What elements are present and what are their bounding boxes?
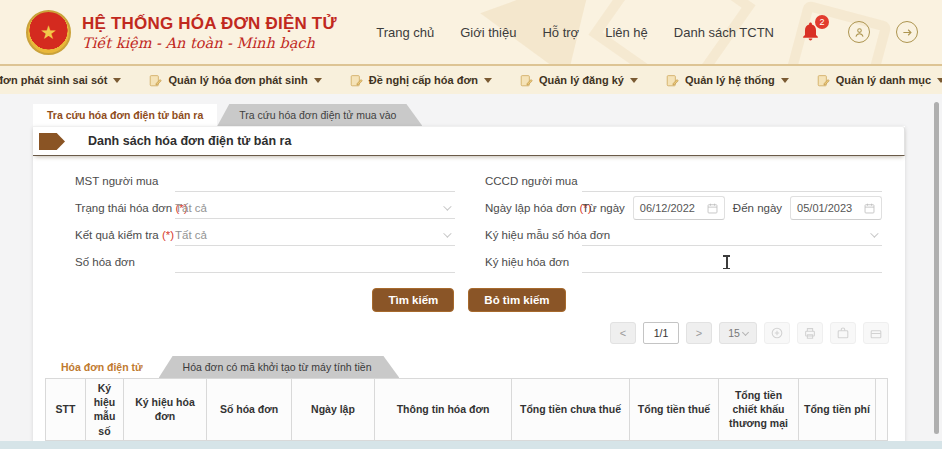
- chevron-down-icon: [443, 229, 451, 237]
- tab-mua-vao[interactable]: Tra cứu hóa đơn điện tử mua vào: [217, 104, 422, 126]
- menu-item-label: Quản lý hệ thống: [685, 74, 775, 86]
- menu-item-quan-ly-dang-ky[interactable]: Quản lý đăng ký: [520, 74, 638, 87]
- col-tong-tien-chua-thue[interactable]: Tổng tiền chưa thuế: [512, 379, 630, 441]
- menu-item-thong-bao-sai-sot[interactable]: Thông báo hóa đơn phát sinh sai sót: [0, 74, 121, 87]
- tab-hoa-don-dien-tu[interactable]: Hóa đơn điện tử: [45, 356, 159, 378]
- mst-input[interactable]: [175, 175, 455, 187]
- calendar-icon: [864, 203, 875, 214]
- invoice-no-label: Số hóa đơn: [75, 256, 175, 268]
- next-page-button[interactable]: >: [686, 322, 712, 344]
- status-value: Tất cả: [175, 202, 207, 214]
- pagination: < 1/1 > 15: [33, 322, 905, 344]
- invoice-no-input-wrap: [175, 251, 455, 273]
- date-label: Ngày lập hóa đơn (*): [485, 202, 582, 214]
- col-filler: [876, 379, 888, 441]
- nav-item-lien-he[interactable]: Liên hệ: [605, 25, 648, 40]
- briefcase-icon: [836, 326, 850, 340]
- template-select[interactable]: [582, 224, 882, 246]
- col-ngay-lap[interactable]: Ngày lập: [292, 379, 375, 441]
- template-label: Ký hiệu mẫu số hóa đơn: [485, 229, 582, 241]
- chevron-down-icon: [484, 78, 492, 83]
- nav-item-gioi-thieu[interactable]: Giới thiệu: [460, 25, 516, 40]
- menu-item-label: Thông báo hóa đơn phát sinh sai sót: [0, 74, 107, 86]
- mst-input-wrap: [175, 170, 455, 192]
- menu-item-quan-ly-hoa-don-phat-sinh[interactable]: Quản lý hóa đơn phát sinh: [149, 74, 321, 87]
- cccd-input[interactable]: [582, 175, 882, 187]
- search-button[interactable]: Tìm kiếm: [372, 288, 454, 312]
- app-header: ★ HỆ THỐNG HÓA ĐƠN ĐIỆN TỬ Tiết kiệm - A…: [0, 0, 942, 64]
- chevron-down-icon: [937, 78, 942, 83]
- tab-ban-ra[interactable]: Tra cứu hóa đơn điện tử bán ra: [33, 104, 217, 126]
- invoice-no-input[interactable]: [175, 256, 455, 268]
- menu-item-label: Quản lý hóa đơn phát sinh: [168, 74, 307, 86]
- prev-page-button[interactable]: <: [610, 322, 636, 344]
- page-indicator: 1/1: [643, 322, 679, 344]
- menu-item-de-nghi-cap-hoa-don[interactable]: Đề nghị cấp hóa đơn: [350, 74, 492, 87]
- national-emblem-logo: ★: [26, 10, 71, 55]
- invoice-table: STT Ký hiệu mẫu số Ký hiệu hóa đơn Số hó…: [45, 378, 888, 441]
- top-navigation: Trang chủ Giới thiệu Hỗ trợ Liên hệ Danh…: [376, 21, 918, 43]
- from-date-label: Từ ngày: [582, 202, 625, 214]
- check-label: Kết quả kiểm tra (*): [75, 229, 175, 241]
- col-ky-hieu-mau-so[interactable]: Ký hiệu mẫu số: [86, 379, 124, 441]
- calendar-icon: [707, 203, 718, 214]
- document-pencil-icon: [520, 74, 533, 87]
- document-pencil-icon: [149, 74, 162, 87]
- bottom-strip: [0, 441, 942, 449]
- cccd-label: CCCD người mua: [485, 175, 582, 187]
- document-pencil-icon: [666, 74, 679, 87]
- arrow-right-icon: [902, 27, 913, 38]
- archive-button[interactable]: [863, 322, 889, 344]
- chevron-down-icon: [113, 78, 121, 83]
- main-menubar: Thông báo hóa đơn phát sinh sai sót Quản…: [0, 64, 942, 94]
- search-form: MST người mua Trạng thái hóa đơn (*): [33, 156, 905, 276]
- from-date-input[interactable]: 06/12/2022: [633, 196, 725, 220]
- brand: ★ HỆ THỐNG HÓA ĐƠN ĐIỆN TỬ Tiết kiệm - A…: [26, 10, 337, 55]
- login-arrow-button[interactable]: [896, 21, 918, 43]
- printer-icon: [803, 326, 817, 340]
- form-actions: Tìm kiếm Bỏ tìm kiếm: [33, 288, 905, 312]
- document-pencil-icon: [817, 74, 830, 87]
- table-header-row: STT Ký hiệu mẫu số Ký hiệu hóa đơn Số hó…: [46, 379, 888, 441]
- col-ky-hieu-hoa-don[interactable]: Ký hiệu hóa đơn: [124, 379, 207, 441]
- nav-item-danh-sach-tctn[interactable]: Danh sách TCTN: [674, 25, 774, 40]
- to-date-label: Đến ngày: [733, 202, 782, 214]
- user-account-button[interactable]: [848, 21, 870, 43]
- section-title: Danh sách hóa đơn điện tử bán ra: [88, 134, 291, 148]
- chevron-down-icon: [630, 78, 638, 83]
- print-button[interactable]: [797, 322, 823, 344]
- pennant-arrow-icon: [39, 133, 65, 150]
- nav-item-trang-chu[interactable]: Trang chủ: [376, 25, 434, 40]
- col-stt[interactable]: STT: [46, 379, 86, 441]
- vertical-scrollbar[interactable]: [934, 102, 939, 434]
- to-date-input[interactable]: 05/01/2023: [790, 196, 882, 220]
- text-cursor-icon: [726, 256, 728, 268]
- col-thong-tin-hoa-don[interactable]: Thông tin hóa đơn: [375, 379, 512, 441]
- notification-bell-button[interactable]: 2: [800, 21, 822, 43]
- symbol-label: Ký hiệu hóa đơn: [485, 256, 582, 268]
- menu-item-quan-ly-he-thong[interactable]: Quản lý hệ thống: [666, 74, 789, 87]
- cccd-input-wrap: [582, 170, 882, 192]
- status-select[interactable]: Tất cả: [175, 197, 455, 219]
- main-area: Tra cứu hóa đơn điện tử bán ra Tra cứu h…: [0, 94, 942, 449]
- tab-hoa-don-may-tinh-tien[interactable]: Hóa đơn có mã khởi tạo từ máy tính tiền: [159, 356, 400, 378]
- menu-item-quan-ly-danh-muc[interactable]: Quản lý danh mục: [817, 74, 942, 87]
- menu-item-label: Đề nghị cấp hóa đơn: [369, 74, 478, 86]
- chevron-down-icon: [781, 78, 789, 83]
- col-tong-tien-phi[interactable]: Tổng tiền phí: [799, 379, 876, 441]
- user-icon: [854, 27, 865, 38]
- col-so-hoa-don[interactable]: Số hóa đơn: [207, 379, 292, 441]
- page-size-select[interactable]: 15: [719, 322, 757, 344]
- lookup-tabs: Tra cứu hóa đơn điện tử bán ra Tra cứu h…: [33, 104, 905, 126]
- symbol-input[interactable]: [582, 256, 882, 268]
- export-button[interactable]: [830, 322, 856, 344]
- check-select[interactable]: Tất cả: [175, 224, 455, 246]
- col-tong-tien-thue[interactable]: Tổng tiền thuế: [630, 379, 719, 441]
- status-label: Trạng thái hóa đơn (*): [75, 202, 175, 214]
- clear-search-button[interactable]: Bỏ tìm kiếm: [468, 288, 565, 312]
- section-header: Danh sách hóa đơn điện tử bán ra: [33, 126, 905, 156]
- col-tong-tien-chiet-khau[interactable]: Tổng tiền chiết khấu thương mại: [719, 379, 799, 441]
- add-button[interactable]: [764, 322, 790, 344]
- result-tabs: Hóa đơn điện tử Hóa đơn có mã khởi tạo t…: [45, 356, 905, 378]
- nav-item-ho-tro[interactable]: Hỗ trợ: [542, 25, 579, 40]
